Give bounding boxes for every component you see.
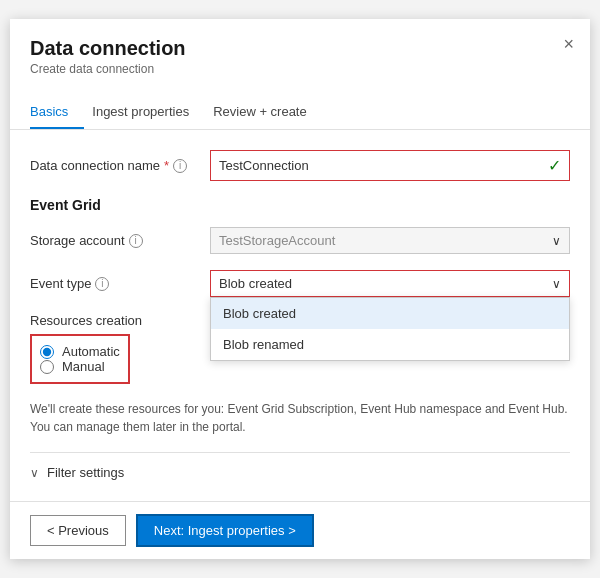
dialog-title: Data connection bbox=[30, 37, 570, 60]
check-icon: ✓ bbox=[548, 156, 561, 175]
storage-account-info-icon[interactable]: i bbox=[129, 234, 143, 248]
tab-review-create[interactable]: Review + create bbox=[213, 96, 323, 129]
event-type-dropdown[interactable]: Blob created ∨ bbox=[210, 270, 570, 297]
resources-radio-group: Automatic Manual bbox=[30, 334, 130, 384]
radio-manual-item[interactable]: Manual bbox=[40, 359, 120, 374]
dropdown-option-blob-renamed[interactable]: Blob renamed bbox=[211, 329, 569, 360]
event-type-group: Event type i Blob created ∨ Blob created… bbox=[30, 270, 570, 297]
previous-button[interactable]: < Previous bbox=[30, 515, 126, 546]
data-connection-dialog: Data connection Create data connection ×… bbox=[10, 19, 590, 559]
dialog-body: Data connection name * i TestConnection … bbox=[10, 130, 590, 501]
event-type-dropdown-popup: Blob created Blob renamed bbox=[210, 297, 570, 361]
event-type-dropdown-wrapper: Blob created ∨ Blob created Blob renamed bbox=[210, 270, 570, 297]
radio-manual-input[interactable] bbox=[40, 360, 54, 374]
radio-automatic-item[interactable]: Automatic bbox=[40, 344, 120, 359]
tab-basics[interactable]: Basics bbox=[30, 96, 84, 129]
event-type-chevron-icon: ∨ bbox=[552, 277, 561, 291]
radio-automatic-label: Automatic bbox=[62, 344, 120, 359]
close-button[interactable]: × bbox=[563, 35, 574, 53]
filter-settings-label: Filter settings bbox=[47, 465, 124, 480]
connection-name-label: Data connection name * i bbox=[30, 158, 210, 173]
filter-settings-row[interactable]: ∨ Filter settings bbox=[30, 452, 570, 492]
connection-name-group: Data connection name * i TestConnection … bbox=[30, 150, 570, 181]
next-button[interactable]: Next: Ingest properties > bbox=[136, 514, 314, 547]
event-type-label: Event type i bbox=[30, 276, 210, 291]
storage-account-chevron-icon: ∨ bbox=[552, 234, 561, 248]
required-indicator: * bbox=[164, 158, 169, 173]
dialog-footer: < Previous Next: Ingest properties > bbox=[10, 501, 590, 559]
connection-name-info-icon[interactable]: i bbox=[173, 159, 187, 173]
event-grid-section-title: Event Grid bbox=[30, 197, 570, 213]
storage-account-label: Storage account i bbox=[30, 233, 210, 248]
storage-account-group: Storage account i TestStorageAccount ∨ bbox=[30, 227, 570, 254]
radio-automatic-input[interactable] bbox=[40, 345, 54, 359]
radio-manual-label: Manual bbox=[62, 359, 105, 374]
dialog-header: Data connection Create data connection × bbox=[10, 19, 590, 76]
storage-account-dropdown[interactable]: TestStorageAccount ∨ bbox=[210, 227, 570, 254]
event-type-info-icon[interactable]: i bbox=[95, 277, 109, 291]
dialog-subtitle: Create data connection bbox=[30, 62, 570, 76]
dropdown-option-blob-created[interactable]: Blob created bbox=[211, 298, 569, 329]
filter-settings-chevron-icon: ∨ bbox=[30, 466, 39, 480]
info-text: We'll create these resources for you: Ev… bbox=[30, 400, 570, 436]
tab-ingest-properties[interactable]: Ingest properties bbox=[92, 96, 205, 129]
tab-bar: Basics Ingest properties Review + create bbox=[10, 84, 590, 130]
connection-name-input[interactable]: TestConnection ✓ bbox=[210, 150, 570, 181]
